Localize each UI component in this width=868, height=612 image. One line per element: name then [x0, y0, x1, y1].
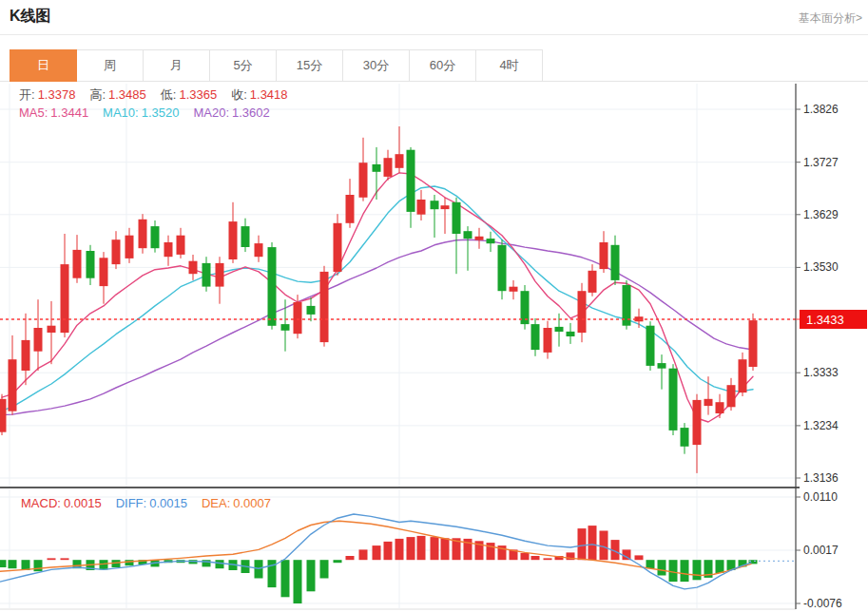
- candle: [373, 147, 381, 200]
- stat-value: 1.3520: [142, 105, 180, 120]
- macd-bar: [646, 560, 655, 568]
- candle: [407, 147, 415, 228]
- y-axis-label: 1.3333: [803, 366, 839, 379]
- macd-bar: [531, 556, 540, 560]
- stat-value: 0.0007: [233, 496, 271, 510]
- candle: [588, 264, 597, 296]
- tab-period-4[interactable]: 15分: [277, 49, 343, 82]
- candle: [177, 228, 185, 258]
- macd-bar: [417, 536, 426, 560]
- candle: [417, 190, 426, 220]
- stat: 高:1.3485: [89, 87, 145, 102]
- stat-label: 收:: [231, 87, 247, 102]
- candle: [334, 214, 342, 276]
- y-axis-label: 1.3530: [803, 260, 839, 274]
- stat-label: DIFF:: [116, 496, 147, 510]
- macd-bar: [578, 528, 587, 560]
- tab-period-6[interactable]: 60分: [410, 49, 476, 82]
- tab-period-2[interactable]: 月: [144, 49, 210, 82]
- macd-bar: [395, 539, 404, 560]
- stat-value: 1.3418: [250, 87, 288, 102]
- macd-readout: MACD:0.0015DIFF:0.0015DEA:0.0007: [21, 496, 285, 510]
- stat-label: MA20:: [193, 105, 229, 120]
- stat: MA10:1.3520: [103, 105, 179, 120]
- candle: [48, 301, 56, 364]
- stat-label: MA5:: [19, 105, 48, 120]
- stat-value: 1.3365: [179, 87, 217, 102]
- candle: [555, 314, 564, 347]
- macd-bar: [407, 537, 415, 560]
- candle: [346, 179, 355, 228]
- y-axis-label: 1.3727: [803, 156, 839, 169]
- candle: [22, 314, 30, 385]
- stat: DIFF:0.0015: [116, 496, 187, 510]
- header-divider: [0, 34, 868, 35]
- stat-value: 1.3441: [50, 105, 88, 120]
- stat-label: 高:: [89, 87, 106, 102]
- y-axis-label: 1.3136: [803, 471, 839, 485]
- candle: [567, 323, 575, 344]
- candle: [73, 235, 82, 283]
- stat-label: 开:: [19, 87, 35, 102]
- macd-bar: [669, 560, 678, 582]
- kline-chart[interactable]: 1.38261.37271.36291.35301.33331.32341.31…: [0, 82, 868, 612]
- macd-bar: [658, 560, 666, 575]
- tab-period-5[interactable]: 30分: [343, 49, 410, 82]
- candle: [669, 364, 678, 435]
- candle: [307, 297, 316, 321]
- y-axis-label: 1.3629: [803, 208, 839, 221]
- candle: [395, 126, 404, 173]
- candle: [498, 239, 507, 299]
- current-price-badge: 1.3433: [800, 310, 867, 329]
- macd-bar: [320, 560, 329, 578]
- stat-value: 1.3485: [108, 87, 146, 102]
- macd-bar: [431, 537, 439, 560]
- tab-period-0[interactable]: 日: [10, 49, 77, 82]
- macd-bar: [216, 560, 224, 568]
- tab-period-3[interactable]: 5分: [210, 49, 277, 82]
- candle: [681, 423, 689, 454]
- candle: [241, 219, 250, 252]
- stat: MACD:0.0015: [21, 496, 102, 510]
- candle: [229, 202, 238, 263]
- stat-value: 1.3602: [232, 105, 270, 120]
- tab-period-1[interactable]: 周: [77, 49, 144, 82]
- macd-bar: [600, 531, 608, 561]
- candle: [431, 195, 439, 238]
- candle: [384, 150, 393, 181]
- candle: [658, 354, 666, 390]
- candle: [510, 280, 518, 299]
- tab-period-7[interactable]: 4时: [476, 49, 543, 82]
- ma20-line: [2, 239, 753, 414]
- candle: [441, 198, 450, 234]
- macd-bar: [0, 560, 7, 567]
- stat-label: MA10:: [103, 105, 139, 120]
- macd-bar: [294, 560, 302, 603]
- candle: [749, 314, 758, 371]
- macd-bar: [521, 553, 530, 560]
- ma-readout: MA5:1.3441MA10:1.3520MA20:1.3602: [19, 105, 284, 120]
- candle: [139, 214, 147, 254]
- y-axis-label: 0.0110: [803, 490, 838, 504]
- stat: 开:1.3378: [19, 87, 75, 102]
- candle: [359, 138, 368, 201]
- macd-bar: [307, 560, 316, 591]
- y-axis-label: 1.3826: [803, 103, 839, 116]
- candle: [623, 280, 631, 330]
- candle: [112, 231, 121, 269]
- candle: [531, 318, 540, 356]
- candle: [693, 394, 702, 473]
- macd-bar: [48, 558, 56, 560]
- candle: [164, 236, 173, 266]
- candle: [521, 285, 530, 330]
- candle: [716, 394, 724, 418]
- period-tab-bar: 日周月5分15分30分60分4时: [10, 49, 543, 82]
- macd-bar: [61, 558, 69, 560]
- svg-text:1.3433: 1.3433: [806, 313, 844, 327]
- page-title: K线图: [10, 7, 51, 27]
- candle: [255, 236, 263, 262]
- y-axis-label: 1.3234: [803, 419, 839, 432]
- fundamental-analysis-link[interactable]: 基本面分析>: [799, 10, 862, 27]
- candle: [0, 394, 7, 435]
- candle: [600, 231, 608, 273]
